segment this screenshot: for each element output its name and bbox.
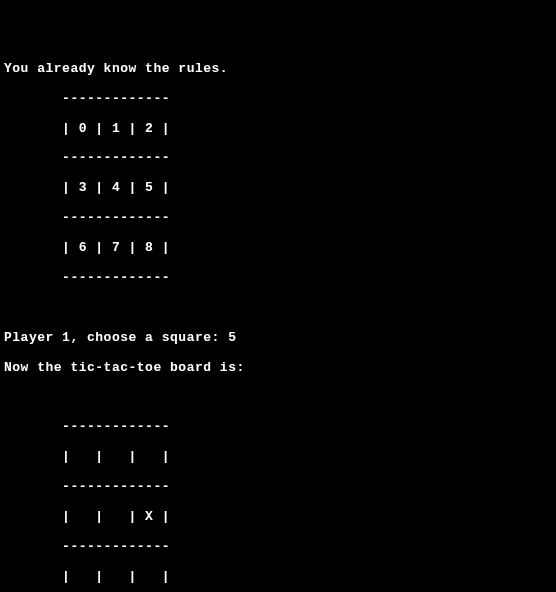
- blank-line: [4, 390, 552, 405]
- board-row-2: | 6 | 7 | 8 |: [4, 241, 552, 256]
- board-row: | | | |: [4, 450, 552, 465]
- intro-text: You already know the rules.: [4, 62, 552, 77]
- board-row: | | | X |: [4, 510, 552, 525]
- board-divider: -------------: [4, 420, 552, 435]
- board-divider: -------------: [4, 92, 552, 107]
- board-row-0: | 0 | 1 | 2 |: [4, 122, 552, 137]
- board-divider: -------------: [4, 480, 552, 495]
- state-text: Now the tic-tac-toe board is:: [4, 361, 552, 376]
- board-row: | | | |: [4, 570, 552, 585]
- board-divider: -------------: [4, 151, 552, 166]
- player-prompt: Player 1, choose a square: 5: [4, 331, 552, 346]
- board-divider: -------------: [4, 271, 552, 286]
- blank-line: [4, 301, 552, 316]
- board-divider: -------------: [4, 540, 552, 555]
- board-divider: -------------: [4, 211, 552, 226]
- board-row-1: | 3 | 4 | 5 |: [4, 181, 552, 196]
